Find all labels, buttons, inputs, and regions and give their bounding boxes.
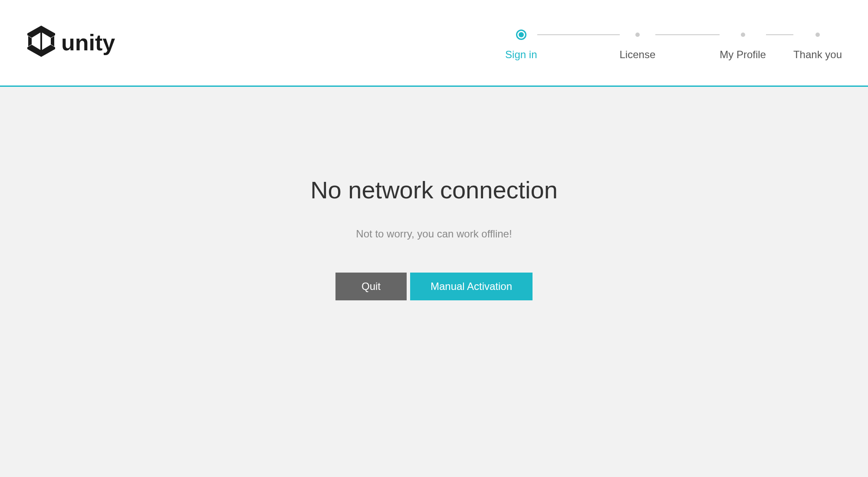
unity-logo-text: unity <box>61 30 115 55</box>
step-node-icon <box>635 33 640 37</box>
step-thank-you[interactable]: Thank you <box>793 30 842 61</box>
step-node-icon <box>516 30 526 40</box>
manual-activation-button[interactable]: Manual Activation <box>410 273 533 300</box>
page-title: No network connection <box>310 176 558 204</box>
step-license[interactable]: License <box>620 30 656 61</box>
unity-logo-icon: unity <box>24 23 124 63</box>
step-connector <box>570 34 620 35</box>
quit-button[interactable]: Quit <box>335 273 407 300</box>
step-connector <box>766 34 790 35</box>
step-node-icon <box>815 33 820 37</box>
step-label: My Profile <box>720 49 766 61</box>
step-my-profile[interactable]: My Profile <box>720 30 766 61</box>
step-label: Sign in <box>505 49 537 61</box>
main-content: No network connection Not to worry, you … <box>0 87 868 300</box>
button-row: Quit Manual Activation <box>335 273 533 300</box>
step-connector <box>655 34 707 35</box>
step-label: License <box>620 49 656 61</box>
header: unity Sign in License My Profile Thank y… <box>0 0 868 87</box>
page-subtitle: Not to worry, you can work offline! <box>356 228 512 240</box>
step-connector <box>537 34 570 35</box>
step-connector <box>790 34 793 35</box>
step-sign-in[interactable]: Sign in <box>505 30 537 61</box>
step-label: Thank you <box>793 49 842 61</box>
unity-logo: unity <box>24 23 124 63</box>
step-connector <box>707 34 720 35</box>
progress-stepper: Sign in License My Profile Thank you <box>505 25 842 61</box>
step-node-icon <box>741 33 745 37</box>
